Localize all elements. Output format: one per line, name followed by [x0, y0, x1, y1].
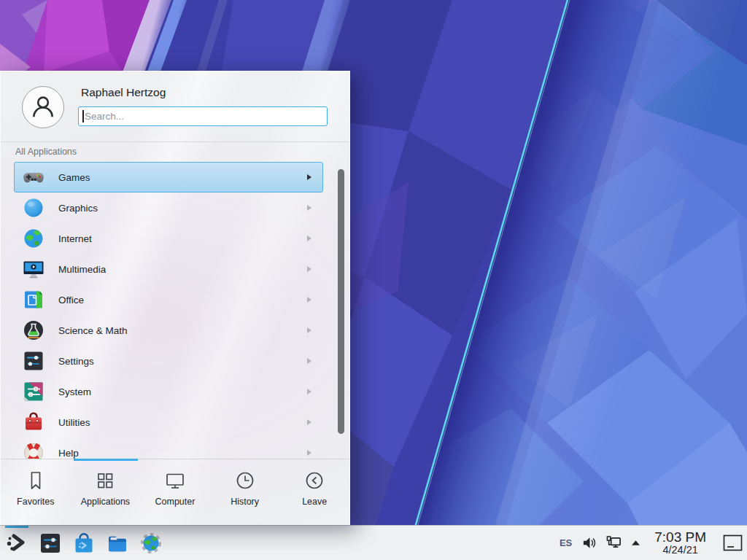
volume-icon[interactable] [581, 535, 597, 551]
submenu-arrow-icon [307, 389, 311, 394]
category-list: Games Graphics Internet [1, 162, 349, 459]
user-name: Raphael Hertzog [81, 86, 166, 99]
history-icon [234, 470, 256, 491]
category-label: Graphics [58, 203, 98, 214]
system-settings-icon [39, 532, 62, 555]
utilities-icon [22, 411, 45, 434]
tab-label: Favorites [17, 497, 54, 507]
digital-clock[interactable]: 7:03 PM 4/24/21 [654, 530, 706, 556]
applications-icon [94, 470, 116, 491]
tab-label: Applications [81, 497, 130, 507]
help-icon [22, 441, 45, 459]
category-row-graphics[interactable]: Graphics [14, 192, 323, 223]
graphics-icon [22, 196, 45, 219]
network-icon[interactable] [606, 535, 622, 551]
discover-task-button[interactable] [72, 532, 96, 555]
category-row-settings[interactable]: Settings [14, 346, 323, 376]
submenu-arrow-icon [307, 205, 311, 211]
system-tray: ES 7:03 PM 4/24/21 [560, 530, 747, 556]
submenu-arrow-icon [307, 236, 311, 241]
discover-icon [72, 532, 96, 555]
show-desktop-icon [723, 534, 743, 551]
system-icon [22, 380, 45, 403]
show-desktop-button[interactable] [723, 534, 743, 551]
launcher-tabbar: Favorites Applications Computer [1, 459, 349, 525]
scrollbar-thumb[interactable] [338, 169, 344, 434]
submenu-arrow-icon [307, 266, 311, 272]
tab-applications[interactable]: Applications [71, 459, 141, 525]
submenu-arrow-icon [307, 327, 311, 333]
user-icon [27, 91, 59, 123]
category-row-system[interactable]: System [14, 376, 323, 407]
active-task-indicator [5, 526, 28, 528]
category-label: Utilities [58, 417, 90, 428]
submenu-arrow-icon [307, 450, 311, 456]
submenu-arrow-icon [307, 419, 311, 425]
category-label: Office [58, 295, 84, 306]
tab-label: History [231, 497, 259, 507]
category-row-office[interactable]: Office [14, 284, 323, 315]
section-label: All Applications [15, 147, 77, 157]
clock-time: 7:03 PM [654, 530, 706, 545]
category-label: Science & Math [58, 325, 128, 336]
multimedia-icon [22, 257, 45, 281]
taskbar: ES 7:03 PM 4/24/21 [0, 525, 747, 560]
tab-label: Leave [302, 497, 327, 507]
category-label: Multimedia [58, 264, 106, 275]
tab-computer[interactable]: Computer [140, 459, 210, 525]
folder-icon [106, 532, 129, 555]
computer-icon [164, 470, 186, 491]
category-row-help[interactable]: Help [14, 438, 323, 459]
submenu-arrow-icon [307, 358, 311, 364]
user-avatar[interactable] [22, 86, 64, 128]
category-label: System [58, 386, 91, 397]
tab-history[interactable]: History [210, 459, 280, 525]
kde-launcher-icon [5, 532, 28, 555]
keyboard-layout-indicator[interactable]: ES [560, 537, 572, 548]
web-browser-task-button[interactable] [139, 532, 163, 555]
active-tab-indicator [74, 459, 138, 461]
category-row-utilities[interactable]: Utilities [14, 407, 323, 438]
category-row-multimedia[interactable]: Multimedia [14, 254, 323, 284]
games-icon [22, 166, 45, 189]
category-label: Help [58, 448, 79, 459]
category-label: Internet [58, 233, 92, 244]
clock-date: 4/24/21 [662, 545, 697, 556]
application-launcher-button[interactable] [5, 532, 28, 555]
tab-label: Computer [155, 497, 196, 507]
category-row-internet[interactable]: Internet [14, 223, 323, 254]
category-row-games[interactable]: Games [14, 162, 323, 192]
submenu-arrow-icon [307, 297, 311, 303]
expand-tray-icon[interactable] [631, 540, 640, 546]
file-manager-task-button[interactable] [106, 532, 129, 555]
search-input[interactable] [78, 106, 328, 126]
tab-favorites[interactable]: Favorites [1, 459, 71, 525]
settings-icon [22, 349, 45, 373]
globe-browser-icon [139, 532, 163, 555]
category-row-science-math[interactable]: Science & Math [14, 315, 323, 346]
application-launcher-popup: Raphael Hertzog All Applications Games [0, 71, 350, 525]
system-settings-task-button[interactable] [39, 532, 62, 555]
category-label: Settings [58, 356, 94, 367]
tab-leave[interactable]: Leave [279, 459, 349, 525]
office-icon [22, 288, 45, 311]
submenu-arrow-icon [307, 174, 311, 180]
category-label: Games [58, 172, 90, 183]
header-separator [1, 141, 349, 142]
favorites-icon [25, 470, 47, 491]
internet-icon [22, 227, 45, 250]
science-icon [22, 319, 45, 342]
leave-icon [303, 470, 325, 491]
text-cursor [82, 110, 84, 122]
